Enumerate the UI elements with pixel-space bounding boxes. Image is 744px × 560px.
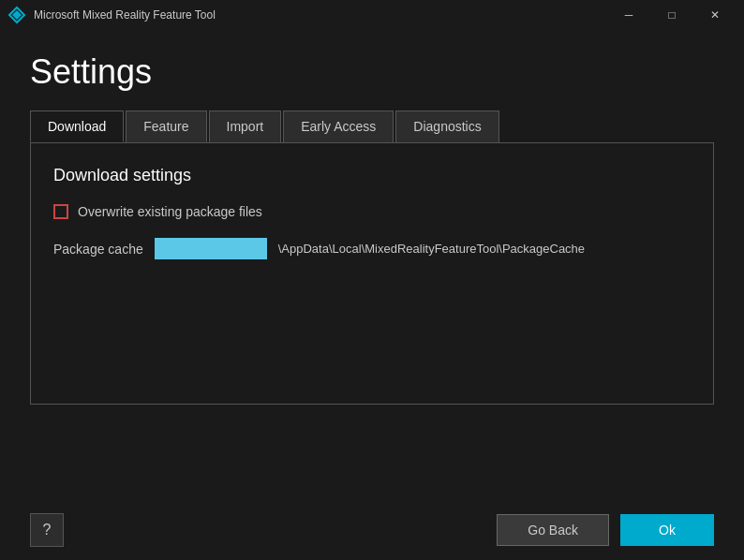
overwrite-checkbox[interactable] <box>53 204 68 219</box>
tab-panel-download: Download settings Overwrite existing pac… <box>30 142 714 405</box>
tab-import[interactable]: Import <box>209 111 282 142</box>
minimize-button[interactable]: ─ <box>607 0 650 30</box>
bottom-bar: ? Go Back Ok <box>0 500 744 560</box>
close-button[interactable]: ✕ <box>693 0 737 30</box>
package-cache-row: Package cache \AppData\Local\MixedRealit… <box>53 238 691 259</box>
package-path-highlight-input[interactable] <box>155 238 267 259</box>
main-content: Settings Download Feature Import Early A… <box>0 30 744 420</box>
tab-early-access[interactable]: Early Access <box>283 111 394 142</box>
help-button[interactable]: ? <box>30 513 64 547</box>
ok-button[interactable]: Ok <box>620 514 714 546</box>
overwrite-label: Overwrite existing package files <box>78 204 262 219</box>
nav-buttons: Go Back Ok <box>497 514 714 546</box>
overwrite-checkbox-row: Overwrite existing package files <box>53 204 691 219</box>
package-cache-label: Package cache <box>53 242 143 257</box>
section-title: Download settings <box>53 166 691 185</box>
go-back-button[interactable]: Go Back <box>497 514 609 546</box>
tab-download[interactable]: Download <box>30 111 124 142</box>
tab-diagnostics[interactable]: Diagnostics <box>395 111 498 142</box>
window-controls: ─ □ ✕ <box>607 0 737 30</box>
tab-feature[interactable]: Feature <box>126 111 206 142</box>
titlebar: Microsoft Mixed Reality Feature Tool ─ □… <box>0 0 744 30</box>
maximize-button[interactable]: □ <box>650 0 693 30</box>
page-title: Settings <box>30 52 714 92</box>
window-title: Microsoft Mixed Reality Feature Tool <box>34 8 607 22</box>
app-icon <box>7 6 26 24</box>
package-path-suffix: \AppData\Local\MixedRealityFeatureTool\P… <box>278 242 585 256</box>
tab-bar: Download Feature Import Early Access Dia… <box>30 111 714 142</box>
